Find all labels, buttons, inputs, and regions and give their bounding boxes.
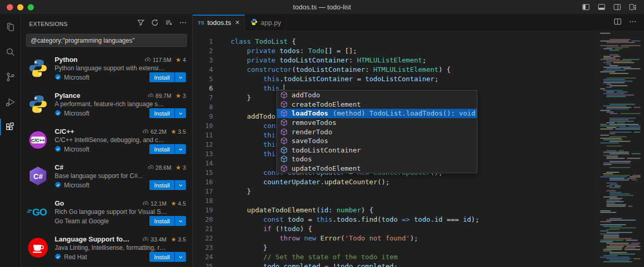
close-tab-icon[interactable]: × (235, 18, 239, 27)
more-actions-icon[interactable] (179, 19, 187, 29)
toggle-panel-icon[interactable] (598, 3, 605, 11)
code-line[interactable]: 2 private todos: Todo[] = []; (193, 46, 644, 56)
star-icon: ★ (175, 92, 181, 99)
editor-body[interactable]: 1class TodoList {2 private todos: Todo[]… (193, 30, 644, 267)
run-and-debug-icon[interactable] (0, 90, 20, 115)
code-line[interactable]: 21 if (!todo) { (193, 224, 644, 234)
line-number: 18 (193, 196, 216, 206)
suggest-label: renderTodo (292, 128, 332, 136)
extension-name: Language Support fo… (55, 235, 130, 243)
code-line[interactable]: 22 throw new Error('Todo not found'); (193, 234, 644, 243)
install-dropdown-icon[interactable] (175, 144, 186, 154)
install-button[interactable]: Install (149, 180, 175, 190)
filter-extensions-icon[interactable] (137, 19, 145, 29)
suggest-item-createTodoElement[interactable]: createTodoElement (277, 100, 477, 109)
install-dropdown-icon[interactable] (175, 180, 186, 190)
title-bar: todos.ts — todo-list (0, 0, 644, 15)
suggest-item-addTodo[interactable]: addTodo (277, 91, 477, 100)
extension-item[interactable]: Python117.5M★4Python language support wi… (21, 51, 192, 87)
extension-description: Python language support with extensi… (55, 65, 186, 72)
code-line[interactable]: 5 this.todoListContainer = todoListConta… (193, 74, 644, 84)
download-count-icon (148, 164, 154, 171)
split-editor-icon[interactable] (614, 18, 622, 28)
suggest-item-removeTodos[interactable]: removeTodos (277, 118, 477, 128)
clear-extensions-search-icon[interactable] (165, 19, 173, 29)
line-number: 20 (193, 215, 216, 224)
extension-item[interactable]: C#C#28.6M★3Base language support for C#.… (21, 159, 192, 195)
install-dropdown-icon[interactable] (175, 252, 186, 262)
go-logo-icon: GO (27, 201, 49, 223)
verified-publisher-icon (55, 146, 61, 152)
install-button[interactable]: Install (149, 144, 175, 154)
minimize-window-button[interactable] (17, 4, 23, 10)
code-line[interactable]: 20 const todo = this.todos.find(todo => … (193, 215, 644, 224)
code-line[interactable]: 25 todo.completed = !todo.completed; (193, 262, 644, 267)
verified-publisher-icon (55, 110, 61, 117)
suggest-item-todoListContainer[interactable]: todoListContainer (277, 146, 477, 155)
code-line[interactable]: 16 counterUpdater.updateCounter(); (193, 177, 644, 187)
source-control-icon[interactable] (0, 65, 20, 90)
suggest-item-renderTodo[interactable]: renderTodo (277, 127, 477, 136)
code-line[interactable]: 19 updateTodoElement(id: number) { (193, 206, 644, 215)
explorer-icon[interactable] (0, 15, 20, 40)
line-number: 2 (193, 46, 216, 56)
download-count-icon (143, 200, 149, 207)
line-number: 9 (193, 112, 216, 121)
install-dropdown-icon[interactable] (175, 108, 186, 118)
code-line[interactable]: 18 (193, 196, 644, 206)
extension-item[interactable]: C/C++C/C++62.2M★3.5C/C++ IntelliSense, d… (21, 123, 192, 159)
publisher-name: Microsoft (64, 182, 90, 189)
extension-item[interactable]: Language Support fo…33.4M★3.5Java Lintin… (21, 231, 192, 266)
code-line[interactable]: 23 } (193, 243, 644, 252)
code-line[interactable]: 1class TodoList { (193, 37, 644, 46)
extensions-icon[interactable] (0, 115, 20, 139)
suggest-item-saveTodos[interactable]: saveTodos (277, 136, 477, 146)
extensions-search-input[interactable] (26, 34, 187, 47)
customize-layout-icon[interactable] (629, 3, 637, 11)
extension-name: Go (55, 199, 64, 207)
suggest-item-updateTodoElement[interactable]: updateTodoElement (277, 164, 477, 173)
extension-item[interactable]: GOGo12.1M★4.5Rich Go language support fo… (21, 195, 192, 231)
suggest-item-loadTodos[interactable]: loadTodos(method) TodoList.loadTodos(): … (277, 109, 477, 118)
install-button[interactable]: Install (149, 216, 175, 226)
more-editor-actions-icon[interactable] (629, 18, 637, 28)
minimap[interactable] (598, 30, 644, 264)
line-number: 5 (193, 74, 216, 84)
symbol-method-icon (280, 119, 288, 126)
install-button[interactable]: Install (149, 252, 175, 262)
tab-label: todos.ts (207, 19, 231, 27)
vscode-window: todos.ts — todo-list (0, 0, 644, 267)
code-line[interactable]: 3 private todoListContainer: HTMLUListEl… (193, 56, 644, 65)
line-number: 3 (193, 56, 216, 65)
toggle-primary-sidebar-icon[interactable] (582, 3, 590, 11)
code-line[interactable]: 4 constructor(todoListContainer: HTMLULi… (193, 65, 644, 74)
install-dropdown-icon[interactable] (175, 216, 186, 226)
zoom-window-button[interactable] (28, 4, 34, 10)
symbol-method-icon (280, 91, 288, 99)
extensions-sidebar: EXTENSIONS Python117.5M★4Python language… (21, 15, 193, 267)
suggest-item-todos[interactable]: todos (277, 155, 477, 164)
rating: 3.5 (178, 129, 186, 135)
close-window-button[interactable] (7, 4, 13, 10)
rating: 3.5 (178, 236, 186, 243)
extensions-list: Python117.5M★4Python language support wi… (21, 51, 192, 267)
install-dropdown-icon[interactable] (175, 72, 186, 82)
extension-item[interactable]: Pylance89.7M★3A performant, feature-rich… (21, 87, 192, 123)
tab-todos-ts[interactable]: TS todos.ts × (193, 15, 245, 30)
publisher-name: Microsoft (64, 146, 90, 153)
toggle-secondary-sidebar-icon[interactable] (613, 3, 621, 11)
sidebar-title: EXTENSIONS (29, 21, 68, 27)
line-number: 24 (193, 252, 216, 262)
refresh-icon[interactable] (151, 19, 159, 29)
code-line[interactable]: 24 // Set the state of the todo item (193, 252, 644, 262)
tab-app-py[interactable]: app.py (245, 15, 287, 30)
download-count: 62.2M (150, 129, 167, 135)
star-icon: ★ (175, 164, 181, 171)
code-line[interactable]: 17 } (193, 187, 644, 196)
publisher-name: Red Hat (64, 253, 87, 261)
install-button[interactable]: Install (149, 72, 175, 82)
star-icon: ★ (171, 200, 176, 207)
publisher-name: Go Team at Google (55, 218, 109, 225)
search-icon[interactable] (0, 40, 20, 65)
install-button[interactable]: Install (149, 108, 175, 118)
